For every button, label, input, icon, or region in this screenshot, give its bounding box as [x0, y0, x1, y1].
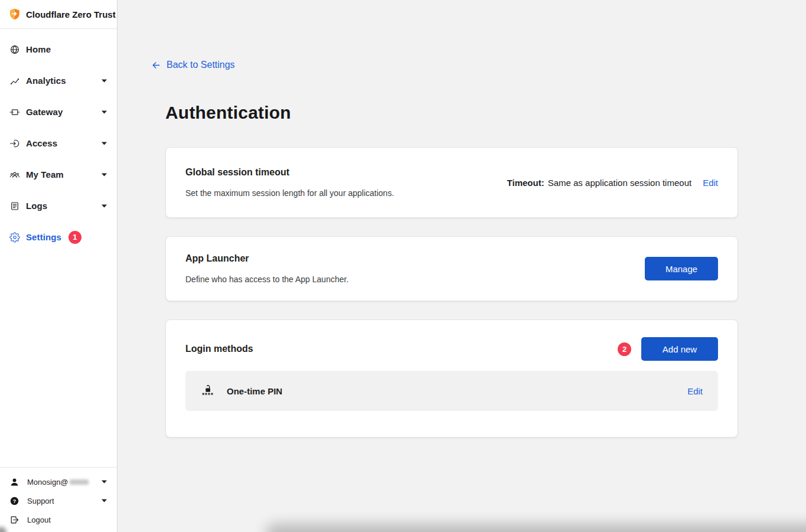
chevron-down-icon — [101, 141, 107, 146]
timeout-key: Timeout: — [507, 178, 544, 188]
chevron-down-icon — [101, 204, 107, 208]
brand-header[interactable]: Cloudflare Zero Trust — [0, 0, 117, 29]
sidebar-item-label: My Team — [26, 169, 64, 179]
logs-icon — [9, 201, 20, 211]
gear-icon — [9, 232, 20, 243]
card-description: Define who has access to the App Launche… — [185, 275, 348, 284]
login-methods-card: Login methods 2 Add new **** One-ti — [165, 319, 738, 438]
main-content: Back to Settings Authentication Global s… — [118, 0, 806, 532]
sidebar-item-gateway[interactable]: Gateway — [0, 96, 117, 128]
logout-label: Logout — [27, 515, 51, 524]
logout-icon — [9, 515, 19, 525]
login-method-name: One-time PIN — [227, 386, 282, 396]
add-new-step-badge: 2 — [618, 342, 631, 356]
sidebar-item-label: Logs — [26, 201, 47, 211]
login-method-row: **** One-time PIN Edit — [185, 371, 718, 411]
timeout-summary: Timeout: Same as application session tim… — [507, 178, 718, 188]
card-text: App Launcher Define who has access to th… — [185, 253, 348, 284]
account-menu[interactable]: Monosign@ — [0, 472, 117, 491]
chevron-down-icon — [101, 172, 107, 177]
settings-cards: Global session timeout Set the maximum s… — [165, 147, 738, 438]
help-icon: ? — [9, 496, 19, 506]
back-link-label: Back to Settings — [167, 60, 235, 70]
sidebar: Cloudflare Zero Trust Home — [0, 0, 118, 532]
card-text: Global session timeout Set the maximum s… — [185, 167, 394, 198]
one-time-pin-lock-icon: **** — [201, 384, 215, 397]
edit-login-method-link[interactable]: Edit — [687, 386, 703, 396]
settings-notification-badge: 1 — [68, 231, 81, 244]
card-title: App Launcher — [185, 253, 348, 264]
chevron-down-icon — [101, 110, 107, 115]
sidebar-nav: Home Analytics — [0, 29, 117, 253]
page-title: Authentication — [165, 103, 806, 123]
chevron-down-icon — [101, 479, 107, 484]
sidebar-item-label: Gateway — [26, 107, 63, 117]
global-session-timeout-card: Global session timeout Set the maximum s… — [165, 147, 738, 218]
chevron-down-icon — [101, 498, 107, 503]
sidebar-footer: Monosign@ ? Support — [0, 467, 117, 532]
sidebar-item-logs[interactable]: Logs — [0, 190, 117, 221]
sidebar-item-access[interactable]: Access — [0, 128, 117, 159]
account-label: Monosign@ — [27, 478, 68, 487]
user-icon — [9, 477, 19, 487]
card-description: Set the maximum session length for all y… — [185, 188, 394, 198]
add-new-login-method-button[interactable]: Add new — [641, 337, 718, 361]
card-title: Login methods — [185, 344, 253, 354]
sidebar-item-label: Settings — [26, 232, 61, 242]
back-to-settings-link[interactable]: Back to Settings — [151, 60, 235, 70]
login-methods-actions: 2 Add new — [618, 337, 718, 361]
access-icon — [9, 138, 20, 149]
sidebar-item-my-team[interactable]: My Team — [0, 159, 117, 190]
sidebar-item-label: Home — [26, 44, 51, 54]
card-title: Global session timeout — [185, 167, 394, 178]
sidebar-item-analytics[interactable]: Analytics — [0, 65, 117, 96]
sidebar-item-home[interactable]: Home — [0, 34, 117, 65]
manage-app-launcher-button[interactable]: Manage — [645, 257, 718, 280]
otp-stars: **** — [202, 394, 214, 397]
logout-button[interactable]: Logout — [0, 510, 117, 529]
sidebar-item-label: Analytics — [26, 76, 66, 86]
chevron-down-icon — [101, 79, 107, 83]
gateway-icon — [9, 107, 20, 118]
globe-icon — [9, 44, 20, 55]
sidebar-item-settings[interactable]: Settings 1 — [0, 221, 117, 253]
timeout-value: Same as application session timeout — [548, 178, 691, 188]
timeout-value-text: Timeout: Same as application session tim… — [507, 178, 692, 188]
bottom-window-shadow — [266, 524, 806, 532]
login-methods-header: Login methods 2 Add new — [185, 337, 718, 361]
back-arrow-icon — [151, 60, 161, 70]
app-launcher-card: App Launcher Define who has access to th… — [165, 236, 738, 301]
sidebar-item-label: Access — [26, 138, 57, 148]
svg-text:?: ? — [13, 498, 16, 504]
analytics-icon — [9, 76, 20, 86]
redacted-account-text — [70, 479, 89, 485]
support-label: Support — [27, 497, 54, 505]
support-menu[interactable]: ? Support — [0, 491, 117, 510]
cloudflare-zero-trust-dashboard: Cloudflare Zero Trust Home — [0, 0, 806, 532]
team-icon — [9, 169, 20, 180]
cloudflare-shield-icon — [8, 7, 21, 21]
app-title: Cloudflare Zero Trust — [26, 9, 116, 19]
edit-timeout-link[interactable]: Edit — [703, 178, 718, 188]
